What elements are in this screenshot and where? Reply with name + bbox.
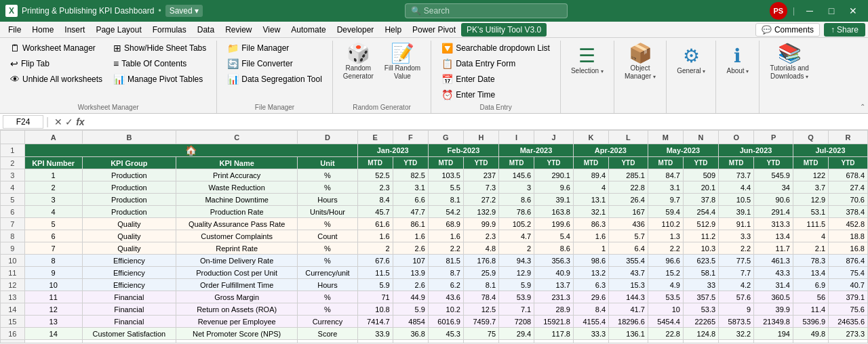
kpi-group-cell[interactable]: Production bbox=[82, 194, 176, 206]
close-button[interactable]: ✕ bbox=[844, 1, 863, 20]
value-cell[interactable]: 3.3 bbox=[719, 230, 754, 242]
value-cell[interactable]: 52.5 bbox=[357, 169, 393, 181]
value-cell[interactable]: 71 bbox=[357, 291, 393, 303]
kpi-name-cell[interactable]: Return on Assets (ROA) bbox=[176, 303, 297, 316]
value-cell[interactable]: 27.2 bbox=[463, 194, 498, 206]
value-cell[interactable]: 8.1 bbox=[428, 194, 463, 206]
ribbon-btn-enter-time[interactable]: ⏰ Enter Time bbox=[437, 87, 555, 102]
value-cell[interactable]: 163.8 bbox=[534, 206, 574, 218]
comments-button[interactable]: 💬 Comments bbox=[755, 23, 820, 37]
value-cell[interactable]: 40.7 bbox=[829, 279, 868, 291]
value-cell[interactable]: 357.5 bbox=[683, 291, 718, 303]
kpi-group-cell[interactable]: Efficiency bbox=[82, 279, 176, 291]
value-cell[interactable]: 8.7 bbox=[428, 267, 463, 279]
value-cell[interactable]: 78.3 bbox=[793, 255, 828, 267]
value-cell[interactable]: 49.8 bbox=[793, 328, 828, 340]
value-cell[interactable]: 57.6 bbox=[719, 291, 754, 303]
value-cell[interactable]: 91.1 bbox=[719, 218, 754, 230]
value-cell[interactable]: 623.5 bbox=[683, 255, 718, 267]
share-button[interactable]: ↑ Share bbox=[824, 23, 865, 37]
value-cell[interactable]: 15.2 bbox=[648, 267, 683, 279]
value-cell[interactable]: 31.4 bbox=[754, 279, 793, 291]
value-cell[interactable]: 4.8 bbox=[463, 242, 498, 255]
value-cell[interactable]: 132.9 bbox=[463, 206, 498, 218]
value-cell[interactable]: 5.4 bbox=[534, 230, 574, 242]
value-cell[interactable]: 105.2 bbox=[499, 218, 534, 230]
value-cell[interactable]: 4.4 bbox=[719, 181, 754, 194]
value-cell[interactable]: 20.1 bbox=[683, 181, 718, 194]
value-cell[interactable]: 509 bbox=[683, 169, 718, 181]
menu-review[interactable]: Review bbox=[220, 23, 257, 37]
kpi-number-cell[interactable]: 14 bbox=[24, 328, 82, 340]
value-cell[interactable]: 5396.9 bbox=[793, 316, 828, 328]
menu-pk-utility[interactable]: PK's Utility Tool V3.0 bbox=[461, 23, 547, 37]
value-cell[interactable]: 124.8 bbox=[683, 328, 718, 340]
ribbon-btn-general[interactable]: ⚙ General ▾ bbox=[672, 41, 710, 81]
value-cell[interactable]: 12.5 bbox=[463, 303, 498, 316]
value-cell[interactable]: 54.2 bbox=[428, 206, 463, 218]
kpi-group-cell[interactable]: Customer Satisfaction bbox=[82, 328, 176, 340]
kpi-group-cell[interactable]: Financial bbox=[82, 316, 176, 328]
value-cell[interactable]: 3 bbox=[499, 181, 534, 194]
value-cell[interactable]: 15921.8 bbox=[534, 316, 574, 328]
value-cell[interactable]: 107 bbox=[393, 255, 428, 267]
value-cell[interactable]: 167 bbox=[609, 206, 648, 218]
menu-insert[interactable]: Insert bbox=[59, 23, 90, 37]
ribbon-btn-unhide-worksheets[interactable]: 👁 Unhide All worksheets bbox=[5, 72, 107, 87]
value-cell[interactable]: 4.7 bbox=[499, 230, 534, 242]
kpi-number-cell[interactable]: 12 bbox=[24, 303, 82, 316]
ribbon-btn-worksheet-manager[interactable]: 🗒 Worksheet Manager bbox=[5, 41, 107, 56]
kpi-name-cell[interactable]: Production Cost per Unit bbox=[176, 267, 297, 279]
kpi-number-cell[interactable]: 6 bbox=[24, 230, 82, 242]
value-cell[interactable]: 90.6 bbox=[754, 194, 793, 206]
col-header-I[interactable]: I bbox=[499, 131, 534, 144]
unit-cell[interactable]: Currency/unit bbox=[298, 267, 357, 279]
kpi-name-cell[interactable]: Production Rate bbox=[176, 206, 297, 218]
unit-cell[interactable]: % bbox=[298, 303, 357, 316]
value-cell[interactable]: 86.3 bbox=[573, 218, 608, 230]
kpi-number-cell[interactable]: 9 bbox=[24, 267, 82, 279]
value-cell[interactable]: 2.2 bbox=[719, 242, 754, 255]
kpi-number-cell[interactable]: 8 bbox=[24, 255, 82, 267]
menu-file[interactable]: File bbox=[3, 23, 26, 37]
kpi-group-cell[interactable]: Financial bbox=[82, 291, 176, 303]
name-box[interactable] bbox=[3, 115, 43, 129]
unit-cell[interactable]: % bbox=[298, 291, 357, 303]
value-cell[interactable]: 11.2 bbox=[683, 230, 718, 242]
kpi-group-cell[interactable]: Efficiency bbox=[82, 255, 176, 267]
value-cell[interactable]: 436 bbox=[609, 218, 648, 230]
value-cell[interactable]: 5873.5 bbox=[719, 316, 754, 328]
value-cell[interactable]: 8.1 bbox=[463, 279, 498, 291]
value-cell[interactable]: 356.3 bbox=[534, 255, 574, 267]
unit-cell[interactable]: Count bbox=[298, 230, 357, 242]
value-cell[interactable]: 254.4 bbox=[683, 206, 718, 218]
kpi-group-cell[interactable]: Production bbox=[82, 169, 176, 181]
value-cell[interactable]: 7208 bbox=[499, 316, 534, 328]
value-cell[interactable]: 1.6 bbox=[357, 230, 393, 242]
value-cell[interactable]: 75.6 bbox=[829, 303, 868, 316]
value-cell[interactable]: 6.6 bbox=[393, 194, 428, 206]
menu-automate[interactable]: Automate bbox=[285, 23, 331, 37]
saved-button[interactable]: Saved ▾ bbox=[165, 5, 203, 17]
value-cell[interactable]: 4 bbox=[793, 230, 828, 242]
value-cell[interactable]: 2.1 bbox=[793, 242, 828, 255]
value-cell[interactable]: 360.5 bbox=[754, 291, 793, 303]
value-cell[interactable]: 33.3 bbox=[573, 328, 608, 340]
kpi-number-cell[interactable]: 4 bbox=[24, 206, 82, 218]
kpi-number-cell[interactable]: 13 bbox=[24, 316, 82, 328]
value-cell[interactable]: 28.9 bbox=[534, 303, 574, 316]
kpi-name-cell[interactable]: Customer Complaints bbox=[176, 230, 297, 242]
value-cell[interactable]: 61.6 bbox=[357, 218, 393, 230]
value-cell[interactable]: 379.1 bbox=[829, 291, 868, 303]
ribbon-btn-enter-date[interactable]: 📅 Enter Date bbox=[437, 72, 555, 87]
value-cell[interactable]: 7459.7 bbox=[463, 316, 498, 328]
value-cell[interactable]: 18296.6 bbox=[609, 316, 648, 328]
unit-cell[interactable]: % bbox=[298, 169, 357, 181]
search-box[interactable]: 🔍 bbox=[405, 3, 568, 18]
col-header-R[interactable]: R bbox=[829, 131, 868, 144]
value-cell[interactable]: 53.5 bbox=[648, 291, 683, 303]
col-header-D[interactable]: D bbox=[298, 131, 357, 144]
value-cell[interactable]: 18.8 bbox=[829, 230, 868, 242]
col-header-E[interactable]: E bbox=[357, 131, 393, 144]
kpi-name-cell[interactable]: On-time Delivery Rate bbox=[176, 255, 297, 267]
